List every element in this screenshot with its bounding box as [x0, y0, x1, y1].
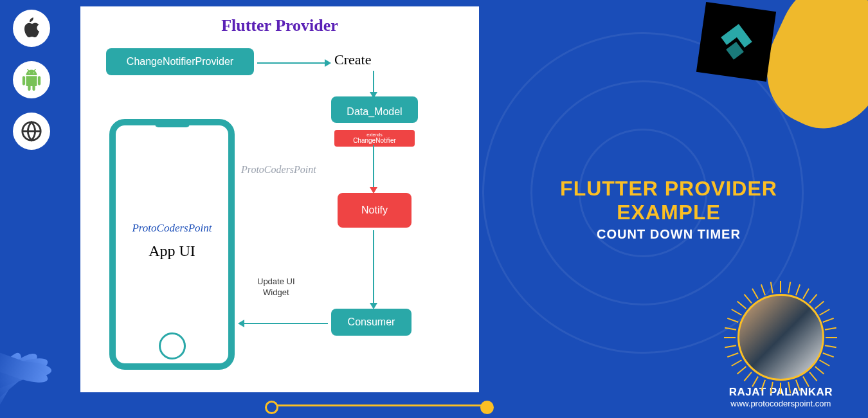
- globe-icon: [13, 113, 50, 150]
- phone-app-ui-label: App UI: [132, 242, 212, 260]
- extends-label: extends: [339, 132, 410, 137]
- platform-icons: [13, 10, 50, 150]
- box-notify: Notify: [338, 193, 411, 228]
- watermark: ProtoCodersPoint: [241, 164, 316, 176]
- main-subtitle: COUNT DOWN TIMER: [508, 227, 829, 242]
- update-ui-label: Update UIWidget: [257, 277, 295, 298]
- android-icon: [13, 61, 50, 98]
- author-photo: [737, 294, 824, 381]
- phone-brand: ProtoCodersPoint: [132, 222, 212, 235]
- apple-icon: [13, 10, 50, 47]
- arrow: [373, 230, 374, 304]
- sunburst-decoration: [725, 282, 836, 393]
- box-consumer: Consumer: [331, 309, 411, 336]
- create-label: Create: [334, 51, 371, 68]
- arrow: [373, 71, 374, 93]
- diagram-title: Flutter Provider: [96, 16, 463, 35]
- author-block: RAJAT PALANKAR www.protocoderspoint.com: [729, 294, 833, 408]
- palm-decoration: [0, 302, 84, 418]
- box-data-model: Data_Model: [331, 96, 418, 123]
- flowchart-panel: Flutter Provider ChangeNotifierProvider …: [80, 6, 479, 392]
- arrow: [257, 62, 325, 64]
- arrow-head: [325, 59, 331, 67]
- arrow: [373, 145, 374, 188]
- arrow-head: [238, 320, 244, 327]
- arrow: [244, 323, 328, 324]
- bottom-slider-decoration: [270, 404, 489, 406]
- author-url: www.protocoderspoint.com: [729, 399, 833, 408]
- phone-mockup: ProtoCodersPoint App UI: [109, 119, 235, 370]
- main-title: FLUTTER PROVIDER EXAMPLE: [508, 177, 829, 224]
- change-notifier-label: ChangeNotifier: [353, 137, 396, 144]
- main-title-block: FLUTTER PROVIDER EXAMPLE COUNT DOWN TIME…: [508, 177, 829, 242]
- box-change-notifier-provider: ChangeNotifierProvider: [106, 48, 254, 75]
- box-change-notifier: extends ChangeNotifier: [334, 130, 415, 147]
- flutter-logo-badge: [696, 2, 776, 82]
